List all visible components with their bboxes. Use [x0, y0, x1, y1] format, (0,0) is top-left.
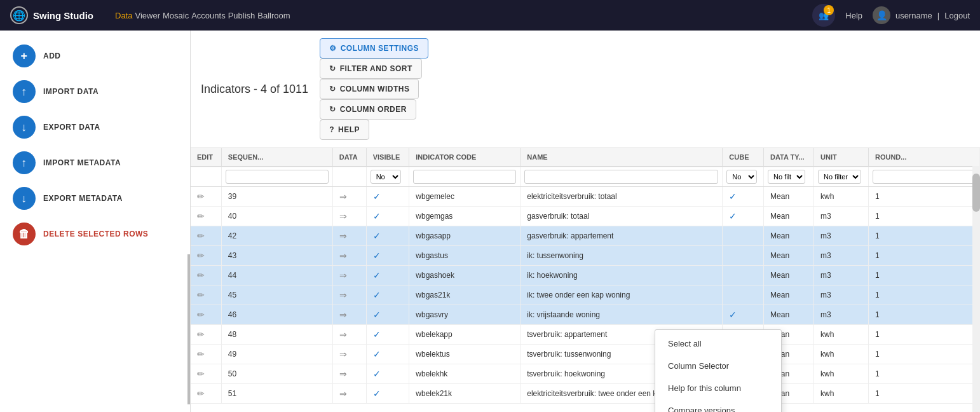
- filter-cell-3[interactable]: NoYes: [366, 167, 409, 187]
- edit-icon[interactable]: ✏: [197, 369, 205, 379]
- filter-cell-4[interactable]: [409, 167, 521, 187]
- data-arrow-icon[interactable]: ⇒: [339, 251, 347, 261]
- cell-data-2[interactable]: ⇒: [332, 226, 366, 246]
- table-row[interactable]: ✏48⇒✓wbelekapptsverbruik: appartement✓Me…: [191, 325, 980, 345]
- table-row[interactable]: ✏40⇒✓wbgemgasgasverbruik: totaal✓Meanm31: [191, 207, 980, 226]
- cell-data-5[interactable]: ⇒: [332, 285, 366, 305]
- filter-cell-5[interactable]: [521, 167, 723, 187]
- table-container[interactable]: EDITSEQUEN...DATAVISIBLEINDICATOR CODENA…: [191, 148, 980, 412]
- table-row[interactable]: ✏44⇒✓wbgashoekik: hoekwoningMeanm31: [191, 266, 980, 285]
- logout-link[interactable]: Logout: [944, 11, 970, 20]
- cell-edit-2[interactable]: ✏: [191, 226, 221, 246]
- data-arrow-icon[interactable]: ⇒: [339, 388, 347, 399]
- col-header-data[interactable]: DATA: [332, 148, 366, 167]
- cell-data-10[interactable]: ⇒: [332, 384, 366, 404]
- data-arrow-icon[interactable]: ⇒: [339, 270, 347, 280]
- context-menu-item-3[interactable]: Compare versions: [655, 399, 781, 412]
- data-arrow-icon[interactable]: ⇒: [339, 211, 347, 221]
- filter-cell-0[interactable]: [191, 167, 221, 187]
- edit-icon[interactable]: ✏: [197, 290, 205, 300]
- edit-icon[interactable]: ✏: [197, 270, 205, 280]
- col-header-edit[interactable]: EDIT: [191, 148, 221, 167]
- filter-input-sequen...[interactable]: [226, 170, 329, 184]
- col-header-visible[interactable]: VISIBLE: [366, 148, 409, 167]
- cell-data-0[interactable]: ⇒: [332, 187, 366, 207]
- filter-input-round...[interactable]: [873, 170, 976, 184]
- filter-cell-7[interactable]: No filtMeanSum: [764, 167, 814, 187]
- cell-data-3[interactable]: ⇒: [332, 246, 366, 266]
- toolbar-btn-help[interactable]: ?HELP: [320, 120, 369, 140]
- col-header-dataty...[interactable]: DATA TY...: [764, 148, 814, 167]
- table-row[interactable]: ✏45⇒✓wbgas21kik: twee onder een kap woni…: [191, 285, 980, 305]
- data-arrow-icon[interactable]: ⇒: [339, 329, 347, 340]
- col-header-indicatorcode[interactable]: INDICATOR CODE: [409, 148, 521, 167]
- table-row[interactable]: ✏43⇒✓wbgastusik: tussenwoningMeanm31: [191, 246, 980, 266]
- col-header-sequen...[interactable]: SEQUEN...: [221, 148, 332, 167]
- col-header-unit[interactable]: UNIT: [814, 148, 869, 167]
- cell-edit-8[interactable]: ✏: [191, 345, 221, 364]
- table-row[interactable]: ✏51⇒✓wbelek21kelektriciteitsverbruik: tw…: [191, 384, 980, 404]
- col-header-name[interactable]: NAME: [521, 148, 723, 167]
- filter-select-unit[interactable]: No filterkwhm3: [818, 170, 861, 184]
- data-arrow-icon[interactable]: ⇒: [339, 290, 347, 300]
- context-menu-item-1[interactable]: Column Selector: [655, 355, 781, 377]
- table-row[interactable]: ✏46⇒✓wbgasvryik: vrijstaande woning✓Mean…: [191, 305, 980, 325]
- context-menu-item-2[interactable]: Help for this column: [655, 377, 781, 399]
- edit-icon[interactable]: ✏: [197, 211, 205, 221]
- nav-item-mosaic[interactable]: Mosaic: [161, 8, 190, 23]
- edit-icon[interactable]: ✏: [197, 329, 205, 340]
- scrollbar-thumb[interactable]: [972, 174, 980, 212]
- filter-cell-9[interactable]: [868, 167, 979, 187]
- cell-data-1[interactable]: ⇒: [332, 207, 366, 226]
- col-header-cube[interactable]: CUBE: [723, 148, 764, 167]
- col-header-round...[interactable]: ROUND...: [868, 148, 979, 167]
- filter-select-cube[interactable]: NoYes: [726, 170, 757, 184]
- toolbar-btn-column-settings[interactable]: ⚙COLUMN SETTINGS: [320, 38, 428, 58]
- cell-edit-10[interactable]: ✏: [191, 384, 221, 404]
- cell-edit-3[interactable]: ✏: [191, 246, 221, 266]
- cell-edit-1[interactable]: ✏: [191, 207, 221, 226]
- cell-data-8[interactable]: ⇒: [332, 345, 366, 364]
- toolbar-btn-column-widths[interactable]: ↻COLUMN WIDTHS: [320, 79, 419, 99]
- data-arrow-icon[interactable]: ⇒: [339, 369, 347, 379]
- edit-icon[interactable]: ✏: [197, 251, 205, 261]
- table-row[interactable]: ✏49⇒✓wbelektustsverbruik: tussenwoningMe…: [191, 345, 980, 364]
- sidebar-item-add[interactable]: +ADD: [0, 38, 190, 74]
- filter-cell-6[interactable]: NoYes: [723, 167, 764, 187]
- sidebar-item-delete-selected-rows[interactable]: 🗑DELETE SELECTED ROWS: [0, 216, 190, 252]
- filter-input-indicatorcode[interactable]: [413, 170, 516, 184]
- data-arrow-icon[interactable]: ⇒: [339, 349, 347, 359]
- nav-item-ballroom[interactable]: Ballroom: [256, 8, 291, 23]
- cell-data-6[interactable]: ⇒: [332, 305, 366, 325]
- nav-item-data[interactable]: Data: [114, 8, 133, 23]
- filter-select-datatype[interactable]: No filtMeanSum: [768, 170, 805, 184]
- cell-data-7[interactable]: ⇒: [332, 325, 366, 345]
- nav-item-publish[interactable]: Publish: [227, 8, 257, 23]
- sidebar-resize-handle[interactable]: [187, 254, 190, 404]
- edit-icon[interactable]: ✏: [197, 349, 205, 359]
- cell-edit-5[interactable]: ✏: [191, 285, 221, 305]
- table-scrollbar[interactable]: [972, 148, 980, 412]
- cell-edit-0[interactable]: ✏: [191, 187, 221, 207]
- cell-edit-9[interactable]: ✏: [191, 364, 221, 384]
- toolbar-btn-column-order[interactable]: ↻COLUMN ORDER: [320, 99, 416, 120]
- filter-cell-8[interactable]: No filterkwhm3: [814, 167, 869, 187]
- nav-item-viewer[interactable]: Viewer: [133, 8, 161, 23]
- sidebar-item-export-metadata[interactable]: ↓EXPORT METADATA: [0, 181, 190, 216]
- table-row[interactable]: ✏39⇒✓wbgemelecelektriciteitsverbruik: to…: [191, 187, 980, 207]
- nav-item-accounts[interactable]: Accounts: [190, 8, 226, 23]
- data-arrow-icon[interactable]: ⇒: [339, 191, 347, 202]
- filter-select-visible[interactable]: NoYes: [371, 170, 401, 184]
- cell-edit-6[interactable]: ✏: [191, 305, 221, 325]
- filter-cell-2[interactable]: [332, 167, 366, 187]
- edit-icon[interactable]: ✏: [197, 191, 205, 202]
- context-menu-item-0[interactable]: Select all: [655, 333, 781, 355]
- filter-cell-1[interactable]: [221, 167, 332, 187]
- sidebar-item-export-data[interactable]: ↓EXPORT DATA: [0, 109, 190, 145]
- help-link[interactable]: Help: [845, 11, 862, 20]
- edit-icon[interactable]: ✏: [197, 310, 205, 320]
- data-arrow-icon[interactable]: ⇒: [339, 231, 347, 241]
- edit-icon[interactable]: ✏: [197, 231, 205, 241]
- toolbar-btn-filter-and-sort[interactable]: ↻FILTER AND SORT: [320, 58, 422, 79]
- sidebar-item-import-data[interactable]: ↑IMPORT DATA: [0, 74, 190, 109]
